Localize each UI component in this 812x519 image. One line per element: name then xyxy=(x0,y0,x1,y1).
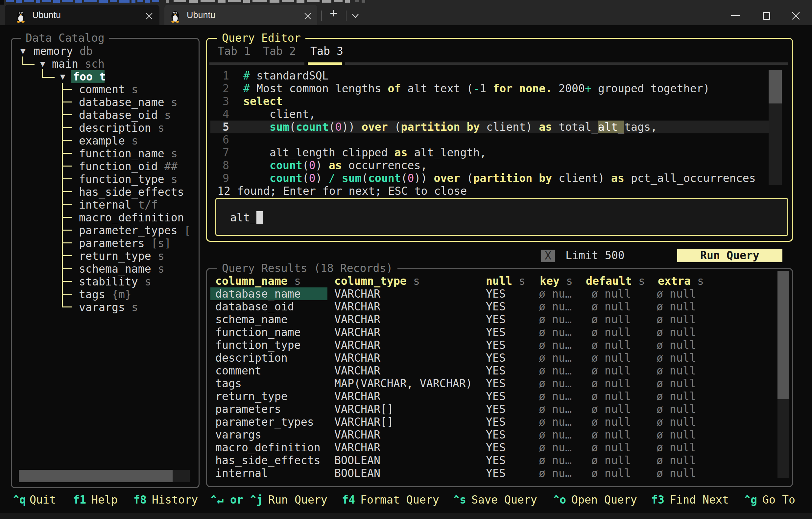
table-row[interactable]: schema_nameVARCHARYESø nu…ø nullø null xyxy=(210,313,776,326)
tree-item-has_side_effects[interactable]: has_side_effects xyxy=(12,186,199,199)
tree-item-type: s xyxy=(171,96,177,109)
tab-underline xyxy=(345,62,788,65)
tree-guide xyxy=(62,153,72,154)
cell-default: ø null xyxy=(591,441,631,454)
footer-label-1: Quit xyxy=(30,493,56,506)
tree-item-function_type[interactable]: function_types xyxy=(12,173,199,186)
run-query-button[interactable]: Run Query xyxy=(677,249,782,262)
table-row[interactable]: internalBOOLEANYESø nu…ø nullø null xyxy=(210,467,776,480)
code-token: count xyxy=(269,172,302,185)
footer-key-7[interactable]: ^o xyxy=(553,493,566,506)
tree-item-label: function_type xyxy=(79,173,164,186)
tree-item-varargs[interactable]: varargss xyxy=(12,301,199,314)
tree-item-comment[interactable]: comments xyxy=(12,83,199,96)
editor-tab-3[interactable]: Tab 3 xyxy=(310,45,343,58)
footer-key-4[interactable]: ^↵ or ^j xyxy=(210,493,263,506)
table-row[interactable]: has_side_effectsBOOLEANYESø nu…ø nullø n… xyxy=(210,454,776,467)
table-row[interactable]: function_nameVARCHARYESø nu…ø nullø null xyxy=(210,326,776,339)
expand-triangle-icon[interactable]: ▼ xyxy=(60,70,65,83)
tree-item-function_name[interactable]: function_names xyxy=(12,147,199,160)
table-row[interactable]: macro_definitionVARCHARYESø nu…ø nullø n… xyxy=(210,441,776,454)
terminal-tab-1[interactable]: Ubuntu xyxy=(5,5,160,25)
editor-vscrollbar[interactable] xyxy=(768,70,782,185)
code-line: client, xyxy=(243,108,316,121)
table-row[interactable]: return_typeVARCHARYESø nu…ø nullø null xyxy=(210,390,776,403)
footer-key-2[interactable]: f1 xyxy=(73,493,86,506)
tree-item-database_oid[interactable]: database_oids xyxy=(12,109,199,122)
editor-tab-2[interactable]: Tab 2 xyxy=(263,45,296,58)
tree-item-stability[interactable]: stabilitys xyxy=(12,275,199,288)
catalog-hscrollbar[interactable] xyxy=(19,470,190,482)
close-tab-icon[interactable] xyxy=(304,12,311,20)
cell-default: ø null xyxy=(591,339,631,352)
footer-key-5[interactable]: f4 xyxy=(342,493,355,506)
expand-triangle-icon[interactable]: ▼ xyxy=(20,45,26,58)
tree-item-internal[interactable]: internalt/f xyxy=(12,199,199,211)
code-token: / xyxy=(329,172,335,185)
table-row[interactable]: parametersVARCHAR[]YESø nu…ø nullø null xyxy=(210,403,776,416)
tree-item-schema_name[interactable]: schema_names xyxy=(12,263,199,275)
tree-item-return_type[interactable]: return_types xyxy=(12,250,199,263)
footer-key-9[interactable]: ^g xyxy=(744,493,757,506)
column-header-column_name[interactable]: column_name xyxy=(215,275,288,287)
table-row[interactable]: database_oidVARCHARYESø nu…ø nullø null xyxy=(210,300,776,313)
close-tab-icon[interactable] xyxy=(146,12,153,20)
clipped-text-strip xyxy=(0,0,812,5)
table-row[interactable]: commentVARCHARYESø nu…ø nullø null xyxy=(210,364,776,377)
tree-item-type: t xyxy=(99,70,106,83)
catalog-hscrollbar-thumb[interactable] xyxy=(19,470,173,482)
tree-item-parameter_types[interactable]: parameter_types[ xyxy=(12,224,199,237)
table-row[interactable]: varargsVARCHARYESø nu…ø nullø null xyxy=(210,428,776,441)
maximize-button[interactable] xyxy=(763,12,770,20)
tree-item-function_oid[interactable]: function_oid## xyxy=(12,160,199,173)
tree-item-tags[interactable]: tags{m} xyxy=(12,288,199,301)
column-header-default[interactable]: default xyxy=(586,275,632,287)
code-token: # xyxy=(243,69,250,82)
table-row[interactable]: function_typeVARCHARYESø nu…ø nullø null xyxy=(210,339,776,352)
cell-extra: ø null xyxy=(657,300,696,313)
table-row[interactable]: tagsMAP(VARCHAR, VARCHAR)YESø nu…ø nullø… xyxy=(210,377,776,390)
table-row[interactable]: descriptionVARCHARYESø nu…ø nullø null xyxy=(210,352,776,364)
cell-key: ø nu… xyxy=(539,300,572,313)
tree-item-parameters[interactable]: parameters[s] xyxy=(12,237,199,250)
tree-item-foo[interactable]: ▼foot xyxy=(12,70,199,83)
close-window-button[interactable] xyxy=(792,11,800,20)
limit-checkbox[interactable]: X xyxy=(541,250,555,262)
new-tab-button[interactable]: + xyxy=(330,6,337,21)
code-token: ( xyxy=(460,172,473,185)
column-header-extra[interactable]: extra xyxy=(658,275,691,287)
tree-item-database_name[interactable]: database_names xyxy=(12,96,199,109)
tree-item-memory[interactable]: ▼memorydb xyxy=(12,45,199,58)
tree-item-macro_definition[interactable]: macro_definition xyxy=(12,211,199,224)
terminal-tab-2[interactable]: Ubuntu xyxy=(164,5,317,25)
line-number: 8 xyxy=(223,159,229,172)
footer-key-6[interactable]: ^s xyxy=(453,493,466,506)
editor-vscrollbar-thumb[interactable] xyxy=(768,70,782,103)
minimize-button[interactable] xyxy=(731,15,740,16)
window-titlebar: Ubuntu Ubuntu + xyxy=(0,0,812,25)
footer-key-3[interactable]: f8 xyxy=(134,493,147,506)
results-vscrollbar[interactable] xyxy=(778,271,789,478)
tree-item-description[interactable]: descriptions xyxy=(12,122,199,134)
column-header-key[interactable]: key xyxy=(540,275,559,287)
tree-item-label: has_side_effects xyxy=(79,186,184,199)
results-vscrollbar-thumb[interactable] xyxy=(778,271,789,399)
code-token: ( xyxy=(388,121,401,133)
table-row[interactable]: database_nameVARCHARYESø nu…ø nullø null xyxy=(210,287,776,300)
tree-guide xyxy=(62,306,72,307)
tree-item-example[interactable]: examples xyxy=(12,134,199,147)
code-token: + xyxy=(585,82,591,95)
editor-tab-1[interactable]: Tab 1 xyxy=(218,45,251,58)
chevron-down-icon[interactable] xyxy=(351,12,360,19)
table-row[interactable]: parameter_typesVARCHAR[]YESø nu…ø nullø … xyxy=(210,416,776,428)
column-header-null[interactable]: null xyxy=(486,275,512,287)
expand-triangle-icon[interactable]: ▼ xyxy=(40,58,46,70)
footer-key-8[interactable]: f3 xyxy=(651,493,664,506)
footer-key-1[interactable]: ^q xyxy=(13,493,26,506)
column-header-column_type[interactable]: column_type xyxy=(334,275,407,287)
tree-item-label: tags xyxy=(79,288,105,301)
cell-default: ø null xyxy=(591,454,631,467)
tree-item-main[interactable]: ▼mainsch xyxy=(12,58,199,70)
cell-key: ø nu… xyxy=(539,428,572,441)
search-input[interactable]: alt_ xyxy=(215,198,788,236)
